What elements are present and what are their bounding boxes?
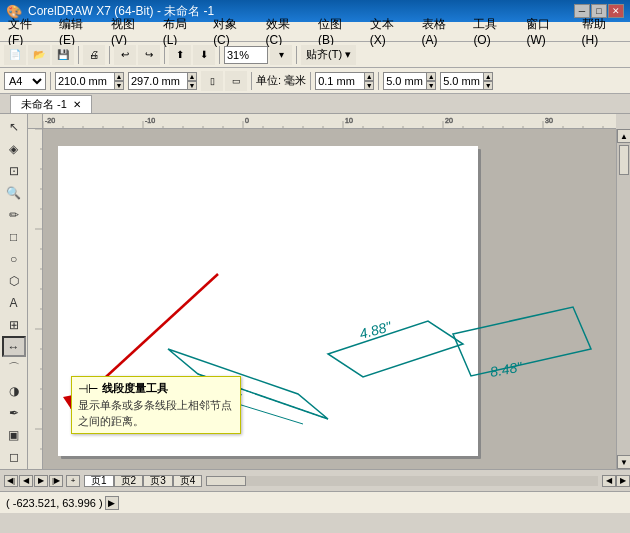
ruler-v-svg [28,129,43,469]
polygon-tool[interactable]: ⬡ [2,270,26,291]
connector-tool[interactable]: ⌒ [2,358,26,379]
height-spinner: ▲ ▼ [187,72,197,90]
node-tool[interactable]: ◈ [2,138,26,159]
freehand-tool[interactable]: ✏ [2,204,26,225]
menu-item-a[interactable]: 表格(A) [416,14,468,49]
portrait-button[interactable]: ▯ [201,71,223,91]
eyedropper-tool[interactable]: ✒ [2,402,26,423]
page-size-select[interactable]: A4 [4,72,46,90]
menu-item-w[interactable]: 窗口(W) [520,14,575,49]
scroll-left-button[interactable]: ◀ [602,475,616,487]
page-height-input[interactable] [128,72,188,90]
scroll-down-button[interactable]: ▼ [617,455,630,469]
text-tool[interactable]: A [2,292,26,313]
landscape-button[interactable]: ▭ [225,71,247,91]
new-button[interactable]: 📄 [4,45,26,65]
shape-group-2: 4.88" [328,318,463,377]
nudge-up[interactable]: ▲ [364,72,374,81]
margin1-input[interactable] [383,72,427,90]
snap-button[interactable]: 贴齐(T) ▾ [301,45,356,65]
unit-label: 单位: 毫米 [256,73,306,88]
zoom-dropdown[interactable]: ▾ [270,45,292,65]
margin1-spinner: ▲ ▼ [426,72,436,90]
sep4 [219,46,220,64]
orientation-group: ▯ ▭ [201,71,247,91]
undo-button[interactable]: ↩ [114,45,136,65]
nudge-input[interactable] [315,72,365,90]
svg-marker-59 [328,321,463,377]
width-up[interactable]: ▲ [114,72,124,81]
ruler-horizontal: -20-100102030 [43,114,616,129]
sep2 [251,72,252,90]
tooltip-description: 显示单条或多条线段上相邻节点之间的距离。 [78,398,234,429]
height-up[interactable]: ▲ [187,72,197,81]
right2-group: ▲ ▼ [440,72,493,90]
margin1-up[interactable]: ▲ [426,72,436,81]
property-bar: A4 ▲ ▼ ▲ ▼ ▯ ▭ 单位: 毫米 ▲ ▼ ▲ ▼ [0,68,630,94]
scroll-right-button[interactable]: ▶ [616,475,630,487]
ruler-corner [28,114,43,129]
shape-group-3: 8.48" [453,307,591,380]
margin2-up[interactable]: ▲ [483,72,493,81]
page-navigation: ◀| ◀ ▶ |▶ + [0,475,84,487]
page-width-input[interactable] [55,72,115,90]
add-page-button[interactable]: + [66,475,80,487]
page-tab-1[interactable]: 页1 [84,475,114,487]
export-button[interactable]: ⬇ [193,45,215,65]
scroll-thumb-v[interactable] [619,145,629,175]
table-tool[interactable]: ⊞ [2,314,26,335]
page-tab-3[interactable]: 页3 [143,475,173,487]
save-button[interactable]: 💾 [52,45,74,65]
fill-tool[interactable]: ▣ [2,424,26,445]
sep4 [378,72,379,90]
margin2-input[interactable] [440,72,484,90]
tooltip-header: ⊣⊢ 线段度量工具 [78,381,234,396]
crop-tool[interactable]: ⊡ [2,160,26,181]
menu-item-x[interactable]: 文本(X) [364,14,416,49]
prev-page-button[interactable]: ◀ [19,475,33,487]
scroll-up-button[interactable]: ▲ [617,129,630,143]
document-tab[interactable]: 未命名 -1 ✕ [10,95,92,113]
sep2 [109,46,110,64]
bottom-bar: ◀| ◀ ▶ |▶ + 页1 页2 页3 页4 ◀ ▶ [0,469,630,491]
tab-close[interactable]: ✕ [73,99,81,110]
pointer-tool[interactable]: ↖ [2,116,26,137]
right1-group: ▲ ▼ [383,72,436,90]
width-down[interactable]: ▼ [114,81,124,90]
ellipse-tool[interactable]: ○ [2,248,26,269]
info-toggle-button[interactable]: ▶ [105,496,119,510]
ruler-row: -20-100102030 [28,114,630,129]
scroll-track-v [617,143,630,455]
page-tab-2[interactable]: 页2 [114,475,144,487]
zoom-tool[interactable]: 🔍 [2,182,26,203]
redo-button[interactable]: ↪ [138,45,160,65]
margin2-spinner: ▲ ▼ [483,72,493,90]
svg-text:0: 0 [245,117,249,124]
rectangle-tool[interactable]: □ [2,226,26,247]
zoom-input[interactable] [224,46,268,64]
open-button[interactable]: 📂 [28,45,50,65]
margin2-down[interactable]: ▼ [483,81,493,90]
scrollbar-vertical: ▲ ▼ [616,129,630,469]
page-tab-4[interactable]: 页4 [173,475,203,487]
dimension-tool[interactable]: ↔ [2,336,26,357]
width-spinner: ▲ ▼ [114,72,124,90]
nudge-group: ▲ ▼ [315,72,374,90]
last-page-button[interactable]: |▶ [49,475,63,487]
next-page-button[interactable]: ▶ [34,475,48,487]
print-button[interactable]: 🖨 [83,45,105,65]
nudge-down[interactable]: ▼ [364,81,374,90]
height-down[interactable]: ▼ [187,81,197,90]
menu-item-o[interactable]: 工具(O) [467,14,520,49]
blend-tool[interactable]: ◑ [2,380,26,401]
dimension-tool-tooltip: ⊣⊢ 线段度量工具 显示单条或多条线段上相邻节点之间的距离。 [71,376,241,434]
import-button[interactable]: ⬆ [169,45,191,65]
horizontal-scroll-thumb[interactable] [206,476,246,486]
margin1-down[interactable]: ▼ [426,81,436,90]
canvas-area[interactable]: 6.57" 4.88" 8.48" [43,129,616,469]
first-page-button[interactable]: ◀| [4,475,18,487]
sep3 [310,72,311,90]
menu-item-h[interactable]: 帮助(H) [576,14,628,49]
outline-tool[interactable]: ◻ [2,446,26,467]
svg-text:20: 20 [445,117,453,124]
